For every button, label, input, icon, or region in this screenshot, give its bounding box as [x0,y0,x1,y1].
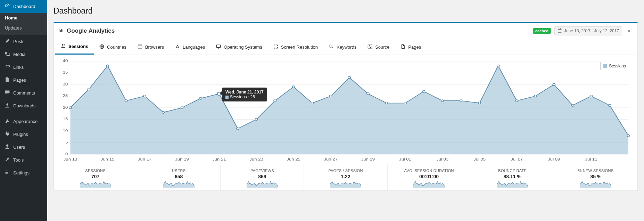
svg-point-59 [460,100,462,102]
svg-point-62 [515,100,518,102]
analytics-tabs: SessionsCountriesBrowsersLanguagesOperat… [54,39,637,55]
tab-label: Pages [408,44,421,50]
svg-point-42 [143,95,146,97]
svg-point-61 [497,65,499,67]
svg-point-64 [553,83,555,85]
links-icon [4,64,10,71]
sidebar-subitem-home[interactable]: Home [0,13,47,23]
svg-text:Jun 25: Jun 25 [287,157,300,162]
posts-icon [4,38,10,45]
panel-title: Google Analytics [59,27,115,34]
date-range-picker[interactable]: June 13, 2017 - July 12, 2017 [554,26,622,35]
pages_m-icon [4,77,10,83]
svg-text:40: 40 [63,59,68,63]
svg-point-45 [199,97,202,99]
downloads-icon [4,103,10,109]
sidebar-item-comments[interactable]: Comments [0,87,47,99]
sidebar-item-label: Links [13,65,24,70]
panel-header: Google Analytics cached June 13, 2017 - … [54,23,637,39]
appearance-icon [4,118,10,125]
tab-label: Screen Resolution [281,44,318,50]
sidebar-item-label: Settings [13,170,30,175]
sidebar-item-users[interactable]: Users [0,141,47,154]
tab-label: Source [375,44,389,50]
svg-text:15: 15 [63,117,68,122]
summary-value: 707 [56,173,135,181]
tab-label: Sessions [68,44,88,49]
svg-point-48 [255,118,257,121]
sidebar-item-label: Plugins [13,132,28,137]
summary-users: USERS658 [137,165,221,190]
svg-point-60 [478,102,481,104]
sidebar-item-label: Pages [13,77,26,83]
sidebar-item-appearance[interactable]: Appearance [0,115,47,128]
bar-chart-icon [59,27,64,34]
summary-label: USERS [139,169,218,173]
sidebar-item-posts[interactable]: Posts [0,35,47,48]
tab-screen[interactable]: Screen Resolution [268,39,323,55]
svg-rect-1 [138,45,142,48]
tab-source[interactable]: Source [362,39,395,55]
svg-point-49 [274,100,276,102]
close-icon[interactable]: ✕ [626,28,633,34]
sidebar-item-links[interactable]: Links [0,61,47,74]
svg-point-67 [609,104,611,106]
pages_t-icon [401,44,405,50]
svg-point-58 [441,100,444,102]
svg-text:Jul 03: Jul 03 [436,157,448,162]
sessions-chart[interactable]: 0510152025303540Jun 13Jun 15Jun 17Jun 19… [59,58,633,163]
sessions-icon [61,43,66,49]
tab-label: Countries [107,44,126,50]
sidebar-item-downloads[interactable]: Downloads [0,99,47,112]
svg-point-53 [348,76,350,79]
svg-text:10: 10 [63,129,68,133]
sidebar-item-dashboard[interactable]: Dashboard [0,0,47,13]
summary-value: 658 [139,173,218,181]
summary-row: SESSIONS707USERS658PAGEVIEWS869PAGES / S… [54,165,637,190]
svg-point-47 [237,128,239,130]
svg-point-56 [404,102,406,104]
chart-legend: Sessions [600,62,629,70]
svg-point-54 [367,93,369,95]
svg-point-44 [181,107,183,109]
summary-value: 869 [223,173,302,181]
sidebar-item-settings[interactable]: Settings [0,166,47,179]
media-icon [4,51,10,58]
sidebar-item-label: Dashboard [13,4,35,9]
tab-browsers[interactable]: Browsers [132,39,170,55]
tab-label: Browsers [145,44,164,50]
svg-text:Jun 27: Jun 27 [324,157,338,162]
svg-point-50 [292,86,295,88]
tab-countries[interactable]: Countries [94,39,132,55]
summary--new-sessions: % NEW SESSIONS85 % [554,165,637,190]
sidebar-item-media[interactable]: Media [0,48,47,61]
sidebar-item-pages_m[interactable]: Pages [0,74,47,87]
svg-text:Jun 23: Jun 23 [249,157,263,162]
sidebar-item-plugins[interactable]: Plugins [0,128,47,141]
analytics-panel: Google Analytics cached June 13, 2017 - … [53,22,638,191]
svg-text:Jun 15: Jun 15 [101,157,115,162]
svg-text:25: 25 [63,94,68,98]
svg-text:Jul 07: Jul 07 [511,157,523,162]
summary-avg-session-duration: AVG. SESSION DURATION00:01:00 [388,165,471,190]
sidebar-item-label: Appearance [13,119,38,124]
os-icon [216,44,221,50]
tab-sessions[interactable]: Sessions [55,39,94,55]
tab-keywords[interactable]: Keywords [323,39,362,55]
keywords-icon [329,44,334,50]
svg-point-66 [590,95,592,97]
tab-pages_t[interactable]: Pages [395,39,427,55]
tab-os[interactable]: Operating Systems [210,39,268,55]
main-content: Dashboard Google Analytics cached June 1… [47,0,644,221]
svg-text:Jul 01: Jul 01 [399,157,411,162]
svg-point-41 [125,100,127,102]
countries-icon [99,44,104,50]
svg-text:35: 35 [63,71,68,75]
svg-point-65 [571,104,574,106]
sidebar-subitem-updates[interactable]: Updates [0,23,47,33]
tab-languages[interactable]: Languages [170,39,210,55]
sidebar-item-tools[interactable]: Tools [0,154,47,166]
dashboard-icon [4,3,10,10]
svg-text:30: 30 [63,82,68,87]
svg-point-40 [106,65,109,67]
